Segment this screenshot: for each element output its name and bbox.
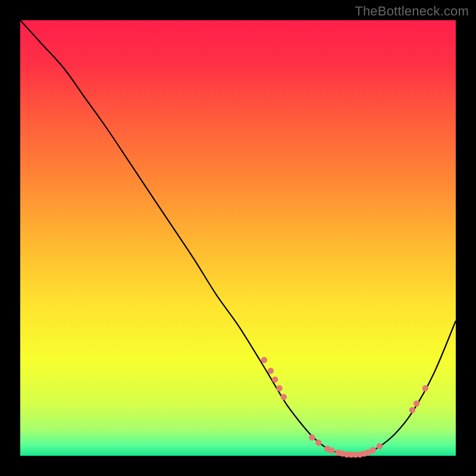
watermark-text: TheBottleneck.com [355, 4, 469, 19]
data-point-marker [268, 368, 274, 374]
data-point-marker [261, 357, 267, 363]
data-point-marker [377, 443, 383, 449]
data-point-marker [370, 447, 376, 453]
data-point-marker [272, 377, 278, 383]
data-point-marker [276, 385, 282, 391]
data-point-marker [409, 407, 415, 413]
chart-stage: TheBottleneck.com [0, 0, 476, 476]
data-point-marker [414, 400, 419, 406]
data-point-marker [281, 394, 287, 400]
data-point-marker [422, 385, 428, 391]
data-point-marker [309, 434, 315, 440]
bottleneck-chart [0, 0, 476, 476]
data-point-marker [328, 447, 334, 453]
heatmap-background [20, 20, 456, 456]
data-point-marker [315, 440, 321, 446]
